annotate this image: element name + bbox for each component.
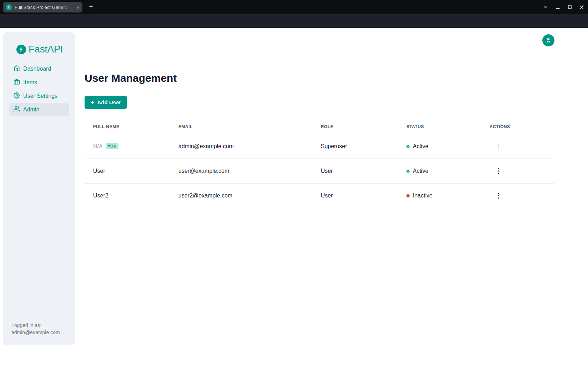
logo-text: FastAPI xyxy=(29,44,63,55)
sidebar-item-label: Admin xyxy=(23,106,39,113)
cell-full-name: User2 xyxy=(85,184,170,208)
sidebar-item-label: Items xyxy=(23,79,37,86)
row-actions-menu[interactable]: ⋮ xyxy=(494,192,503,199)
tab-search-chevron-icon[interactable] xyxy=(543,4,548,10)
col-role: ROLE xyxy=(312,120,398,134)
status-dot xyxy=(406,145,410,148)
add-user-button[interactable]: + Add User xyxy=(85,96,127,109)
cell-role: User xyxy=(312,159,398,184)
logged-in-info: Logged in as: admin@example.com xyxy=(11,322,60,336)
row-actions-menu[interactable]: ⋮ xyxy=(494,167,503,174)
fastapi-favicon-icon xyxy=(6,4,12,10)
user-menu-button[interactable] xyxy=(542,34,554,46)
logged-in-email: admin@example.com xyxy=(11,329,60,336)
fastapi-logo: FastAPI xyxy=(16,44,75,55)
table-row: User2 user2@example.com User Inactive ⋮ xyxy=(85,184,554,208)
table-header-row: FULL NAME EMAIL ROLE STATUS ACTIONS xyxy=(85,120,554,134)
minimize-button[interactable] xyxy=(555,5,561,10)
sidebar-item-admin[interactable]: Admin xyxy=(9,103,69,116)
browser-toolbar: i localhost/admin 1 xyxy=(0,14,588,28)
cell-email: user@example.com xyxy=(170,159,312,184)
status-dot xyxy=(406,170,410,173)
tab-close-icon[interactable]: × xyxy=(76,5,80,10)
tab-title: Full Stack Project Genera xyxy=(15,5,71,10)
sidebar-nav: Dashboard Items User Settings xyxy=(3,62,75,116)
sidebar: FastAPI Dashboard Items xyxy=(3,32,75,345)
cell-email: admin@example.com xyxy=(170,134,312,159)
sidebar-item-label: Dashboard xyxy=(23,66,51,72)
add-user-label: Add User xyxy=(97,99,121,105)
plus-icon: + xyxy=(91,99,95,106)
cell-role: Superuser xyxy=(312,134,398,159)
sidebar-item-label: User Settings xyxy=(23,93,57,99)
new-tab-button[interactable]: + xyxy=(87,3,95,11)
table-row: User user@example.com User Active ⋮ xyxy=(85,159,554,184)
status-dot xyxy=(406,194,410,197)
table-row: N/AYOU admin@example.com Superuser Activ… xyxy=(85,134,554,159)
briefcase-icon xyxy=(14,79,20,86)
browser-window: Full Stack Project Genera × + xyxy=(0,0,588,366)
cell-status: Active xyxy=(413,143,429,149)
user-avatar-icon xyxy=(545,37,552,44)
col-email: EMAIL xyxy=(170,120,312,134)
cell-role: User xyxy=(312,184,398,208)
browser-tab[interactable]: Full Stack Project Genera × xyxy=(3,2,82,12)
cell-full-name: User xyxy=(85,159,170,184)
tab-strip: Full Stack Project Genera × + xyxy=(0,0,588,14)
you-badge: YOU xyxy=(106,143,119,149)
home-icon xyxy=(14,65,20,73)
logged-in-label: Logged in as: xyxy=(11,322,60,329)
sidebar-item-items[interactable]: Items xyxy=(9,76,69,89)
users-table: FULL NAME EMAIL ROLE STATUS ACTIONS N/AY… xyxy=(85,120,554,208)
cell-status: Inactive xyxy=(413,192,432,199)
row-actions-menu[interactable]: ⋮ xyxy=(494,143,503,150)
page-title: User Management xyxy=(85,72,177,84)
col-full-name: FULL NAME xyxy=(85,120,170,134)
gear-icon xyxy=(14,92,20,100)
users-icon xyxy=(14,106,20,114)
cell-full-name: N/A xyxy=(93,143,103,149)
sidebar-item-dashboard[interactable]: Dashboard xyxy=(9,62,69,76)
col-actions: ACTIONS xyxy=(481,120,554,134)
maximize-button[interactable] xyxy=(567,5,572,10)
col-status: STATUS xyxy=(398,120,481,134)
cell-email: user2@example.com xyxy=(170,184,312,208)
cell-status: Active xyxy=(413,168,429,174)
sidebar-item-user-settings[interactable]: User Settings xyxy=(9,89,69,103)
page-content: FastAPI Dashboard Items xyxy=(0,28,588,366)
fastapi-logo-icon xyxy=(16,45,26,54)
close-window-button[interactable] xyxy=(579,5,584,10)
